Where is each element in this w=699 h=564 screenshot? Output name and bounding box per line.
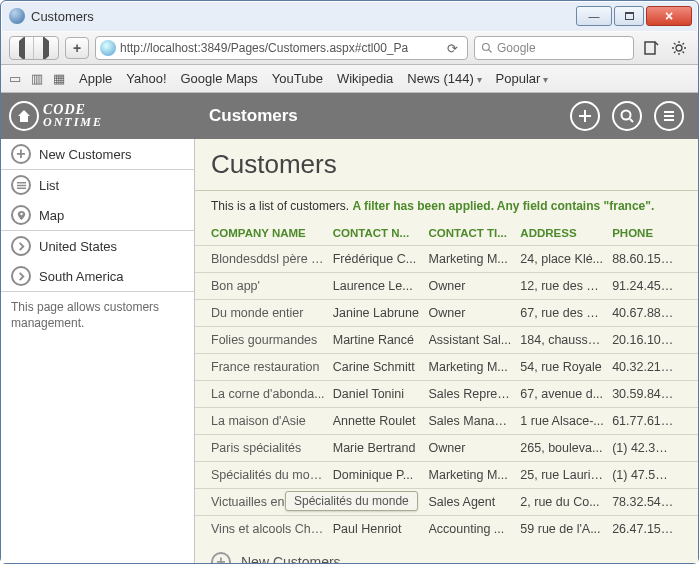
- table-row[interactable]: Paris spécialitésMarie BertrandOwner265,…: [195, 434, 698, 461]
- cell-title: Accounting ...: [429, 522, 521, 536]
- forward-button[interactable]: [34, 37, 58, 59]
- plus-icon: +: [211, 552, 231, 563]
- reader-icon[interactable]: ▥: [31, 71, 43, 86]
- table-row[interactable]: Bon app'Laurence Le...Owner12, rue des B…: [195, 272, 698, 299]
- brand-text: CODEONTIME: [43, 104, 103, 128]
- cell-title: Owner: [429, 279, 521, 293]
- bookmarks-icon[interactable]: ▭: [9, 71, 21, 86]
- close-button[interactable]: ×: [646, 6, 692, 26]
- main: Customers This is a list of customers. A…: [195, 139, 698, 563]
- table-row[interactable]: Du monde entierJanine LabruneOwner67, ru…: [195, 299, 698, 326]
- search-bar[interactable]: Google: [474, 36, 634, 60]
- window-buttons: — ×: [576, 6, 692, 26]
- cell-title: Marketing M...: [429, 468, 521, 482]
- cell-title: Owner: [429, 306, 521, 320]
- cell-company: Vins et alcools Che...: [211, 522, 333, 536]
- home-icon[interactable]: [9, 101, 39, 131]
- cell-phone: 40.67.88.88: [612, 306, 682, 320]
- cell-title: Marketing M...: [429, 360, 521, 374]
- downloads-button[interactable]: [640, 37, 662, 59]
- context-title: Customers: [195, 106, 570, 126]
- cell-contact: Laurence Le...: [333, 279, 429, 293]
- add-button[interactable]: [570, 101, 600, 131]
- sidebar-label: New Customers: [39, 147, 131, 162]
- cell-contact: Martine Rancé: [333, 333, 429, 347]
- bookmark-link[interactable]: Apple: [79, 71, 112, 86]
- window-title: Customers: [31, 9, 576, 24]
- page-desc-filter: A filter has been applied. Any field con…: [352, 199, 654, 213]
- sidebar-south-america[interactable]: South America: [1, 261, 194, 291]
- bookmark-link[interactable]: Wikipedia: [337, 71, 393, 86]
- table-row[interactable]: Blondesddsl père e...Frédérique C...Mark…: [195, 245, 698, 272]
- svg-point-23: [20, 212, 22, 214]
- svg-line-10: [683, 52, 685, 54]
- cell-phone: 88.60.15.31: [612, 252, 682, 266]
- bookmark-icons: ▭ ▥ ▦: [9, 71, 65, 86]
- cell-phone: 40.32.21.21: [612, 360, 682, 374]
- apps-icon[interactable]: ▦: [53, 71, 65, 86]
- search-placeholder: Google: [497, 41, 536, 55]
- menu-button[interactable]: [654, 101, 684, 131]
- url-input[interactable]: [120, 41, 443, 55]
- cell-title: Sales Repres...: [429, 387, 521, 401]
- cell-address: 12, rue des B...: [520, 279, 612, 293]
- bookmark-link[interactable]: Yahoo!: [126, 71, 166, 86]
- cell-address: 67, rue des C...: [520, 306, 612, 320]
- table-row[interactable]: Victuailles enSales Agent2, rue du Co...…: [195, 488, 698, 515]
- app-header: CODEONTIME Customers: [1, 93, 698, 139]
- logo[interactable]: CODEONTIME: [1, 101, 195, 131]
- page-desc-prefix: This is a list of customers.: [211, 199, 352, 213]
- pin-icon: [11, 205, 31, 225]
- col-contact[interactable]: CONTACT N...: [333, 227, 429, 239]
- cell-company: Du monde entier: [211, 306, 333, 320]
- table-row[interactable]: Spécialités du mon...Dominique P...Marke…: [195, 461, 698, 488]
- footer-add[interactable]: + New Customers: [195, 542, 698, 563]
- table-row[interactable]: France restaurationCarine SchmittMarketi…: [195, 353, 698, 380]
- app-body: + New Customers List Map United States: [1, 139, 698, 563]
- table-row[interactable]: Folies gourmandesMartine RancéAssistant …: [195, 326, 698, 353]
- cell-phone: (1) 47.55....: [612, 468, 682, 482]
- cell-phone: 78.32.54.86: [612, 495, 682, 509]
- sidebar-map[interactable]: Map: [1, 200, 194, 230]
- cell-company: Folies gourmandes: [211, 333, 333, 347]
- tooltip: Spécialités du monde: [285, 491, 418, 511]
- svg-point-0: [483, 44, 490, 51]
- col-address[interactable]: ADDRESS: [520, 227, 612, 239]
- cell-contact: Marie Bertrand: [333, 441, 429, 455]
- new-tab-button[interactable]: +: [65, 37, 89, 59]
- bookmark-link[interactable]: Popular: [496, 71, 549, 86]
- cell-phone: (1) 42.34....: [612, 441, 682, 455]
- cell-title: Assistant Sal...: [429, 333, 521, 347]
- window: Customers — × + ⟳ Google ▭: [0, 0, 699, 564]
- table-row[interactable]: Vins et alcools Che...Paul HenriotAccoun…: [195, 515, 698, 542]
- sidebar: + New Customers List Map United States: [1, 139, 195, 563]
- col-company[interactable]: COMPANY NAME: [211, 227, 333, 239]
- cell-contact: Annette Roulet: [333, 414, 429, 428]
- cell-address: 54, rue Royale: [520, 360, 612, 374]
- bookmark-link[interactable]: Google Maps: [181, 71, 258, 86]
- back-button[interactable]: [10, 37, 34, 59]
- settings-button[interactable]: [668, 37, 690, 59]
- bookmark-link[interactable]: News (144): [407, 71, 481, 86]
- cell-address: 59 rue de l'A...: [520, 522, 612, 536]
- table-row[interactable]: La maison d'AsieAnnette RouletSales Mana…: [195, 407, 698, 434]
- cell-phone: 20.16.10.16: [612, 333, 682, 347]
- col-title[interactable]: CONTACT TI...: [429, 227, 521, 239]
- sidebar-label: Map: [39, 208, 64, 223]
- sidebar-united-states[interactable]: United States: [1, 231, 194, 261]
- sidebar-new-customers[interactable]: + New Customers: [1, 139, 194, 169]
- table-row[interactable]: La corne d'abonda...Daniel ToniniSales R…: [195, 380, 698, 407]
- reload-button[interactable]: ⟳: [447, 41, 463, 56]
- cell-address: 184, chaussé...: [520, 333, 612, 347]
- bookmark-link[interactable]: YouTube: [272, 71, 323, 86]
- search-button[interactable]: [612, 101, 642, 131]
- minimize-button[interactable]: —: [576, 6, 612, 26]
- svg-point-4: [676, 45, 682, 51]
- sidebar-info: This page allows customers management.: [1, 292, 194, 339]
- address-bar[interactable]: ⟳: [95, 36, 468, 60]
- svg-line-12: [683, 43, 685, 45]
- maximize-button[interactable]: [614, 6, 644, 26]
- col-phone[interactable]: PHONE: [612, 227, 682, 239]
- sidebar-list[interactable]: List: [1, 170, 194, 200]
- header-actions: [570, 101, 698, 131]
